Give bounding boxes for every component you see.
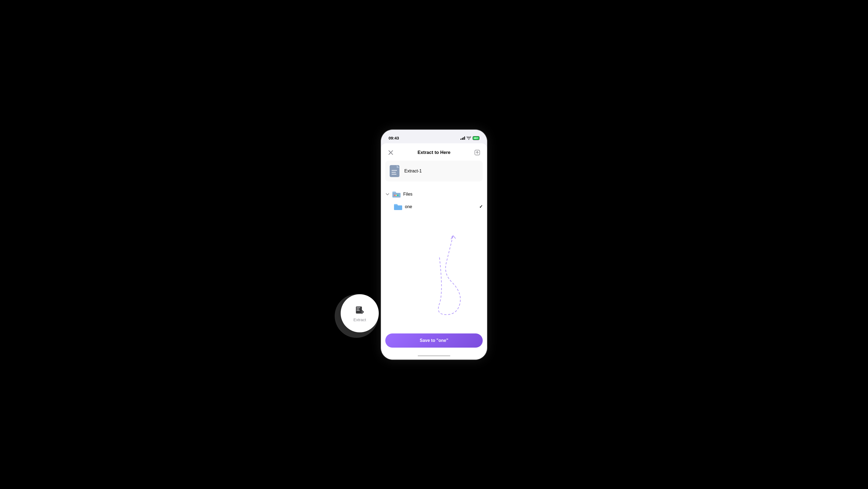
selected-checkmark: ✓ <box>479 204 483 209</box>
svg-rect-2 <box>356 309 359 310</box>
status-time: 09:43 <box>389 136 399 140</box>
home-indicator <box>381 352 487 359</box>
signal-bars-icon <box>460 137 465 140</box>
signal-bar-1 <box>460 139 461 140</box>
file-icon <box>389 164 401 178</box>
svg-rect-11 <box>392 174 397 175</box>
extract-tooltip-label: Extract <box>353 317 366 322</box>
svg-point-14 <box>397 195 399 196</box>
save-button-label: Save to "one" <box>420 338 448 343</box>
wifi-icon <box>467 137 471 140</box>
signal-bar-4 <box>464 137 465 140</box>
modal-sheet: Extract to Here <box>381 143 487 359</box>
one-folder-name: one <box>405 204 476 209</box>
one-folder-icon <box>394 203 402 210</box>
status-icons: 46+ <box>460 136 479 140</box>
phone-wrapper: Extract 09:43 <box>381 130 487 359</box>
folder-one-item[interactable]: one ✓ <box>381 201 487 213</box>
signal-bar-3 <box>463 137 464 140</box>
files-folder-name: Files <box>403 192 483 197</box>
files-folder-icon <box>392 191 401 198</box>
save-button[interactable]: Save to "one" <box>385 334 483 348</box>
modal-title: Extract to Here <box>418 150 451 155</box>
battery-icon: 46+ <box>473 136 479 140</box>
modal-body: Files one ✓ <box>381 186 487 329</box>
folder-files-item[interactable]: Files <box>381 188 487 201</box>
signal-bar-2 <box>462 138 463 140</box>
filename-area <box>385 161 483 181</box>
svg-rect-9 <box>392 170 397 171</box>
home-bar <box>418 355 450 356</box>
svg-rect-3 <box>356 310 360 311</box>
extract-tooltip: Extract <box>341 294 379 333</box>
filename-input[interactable] <box>404 169 479 174</box>
close-button[interactable] <box>386 148 395 157</box>
svg-rect-1 <box>356 307 360 308</box>
modal-header: Extract to Here <box>381 143 487 161</box>
extract-icon <box>354 304 365 315</box>
svg-point-13 <box>396 195 397 196</box>
svg-point-12 <box>394 195 395 196</box>
status-bar: 09:43 46+ <box>381 130 487 143</box>
folder-tree: Files one ✓ <box>381 186 487 329</box>
svg-rect-10 <box>392 172 396 173</box>
chevron-down-icon <box>385 192 390 196</box>
phone-screen: 09:43 46+ <box>381 130 487 359</box>
upload-button[interactable] <box>473 148 482 157</box>
